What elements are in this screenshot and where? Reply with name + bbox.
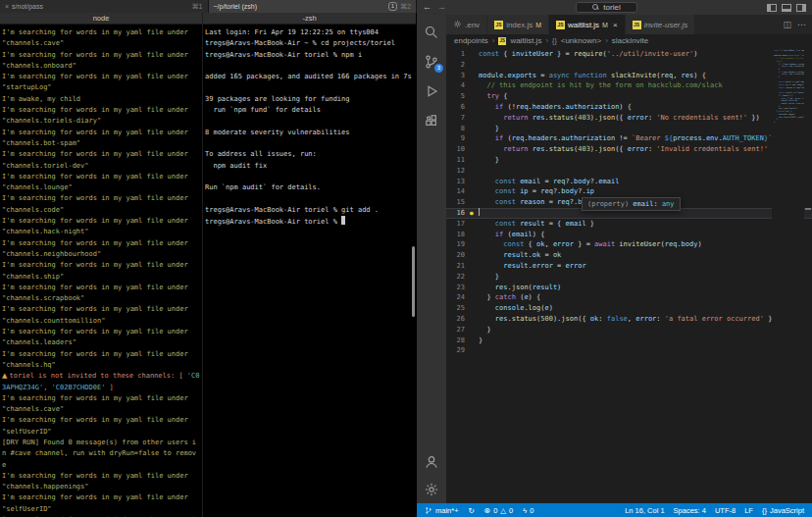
code-line[interactable]: 14 const ip = req?.body?.ip — [446, 186, 812, 197]
search-icon — [592, 4, 599, 11]
line-number: 14 — [446, 186, 470, 197]
encoding-setting[interactable]: UTF-8 — [715, 506, 736, 515]
terminal-pane-zsh: -zsh Last login: Fri Apr 19 12:22:25 on … — [203, 13, 416, 517]
line-number: 21 — [446, 261, 470, 272]
code-line[interactable]: 27 } — [446, 325, 812, 336]
terminal-output-node[interactable]: I'm searching for words in my yaml file … — [0, 26, 202, 517]
breadcrumb-function[interactable]: slackInvite — [612, 36, 648, 45]
code-line[interactable]: 28} — [446, 336, 812, 346]
line-number: 25 — [446, 303, 470, 314]
terminal-line — [205, 61, 414, 72]
code-line[interactable]: 6 if (!req.headers.authorization) { — [446, 102, 812, 113]
code-line[interactable]: 4 // this endpoint is hit by the form on… — [446, 80, 812, 91]
terminal-line — [205, 138, 414, 149]
lightbulb-icon[interactable]: ● — [470, 209, 474, 217]
code-line[interactable]: 11 } — [446, 155, 812, 166]
tab-activity-badge: 1 — [388, 2, 397, 11]
tab-label: index.js — [506, 21, 533, 29]
tab-close-icon[interactable]: × — [5, 3, 9, 10]
toggle-sidebar-icon[interactable] — [767, 4, 777, 12]
code-line[interactable]: 5 try { — [446, 91, 812, 102]
code-line[interactable]: 24 } catch (e) { — [446, 292, 812, 303]
code-line[interactable]: 19 const { ok, error } = await inviteUse… — [446, 239, 812, 250]
more-actions-icon[interactable]: ⋯ — [797, 20, 806, 29]
run-debug-icon[interactable] — [424, 83, 439, 99]
terminal-line: I'm searching for words in my yaml file … — [2, 216, 200, 238]
git-modified-badge: M — [602, 22, 608, 28]
minimap[interactable]: const { inviteUser } = require('../util/… — [772, 49, 804, 503]
line-number: 28 — [446, 336, 470, 346]
code-line[interactable]: 22 } — [446, 272, 812, 283]
status-bar: main*+ ↻ ⊗ 0 △ 0 ϟ 0 Ln 16, Col 1 Spaces… — [417, 503, 812, 517]
terminal-line: I'm awake, my child — [2, 94, 200, 105]
tab-env[interactable]: .env — [446, 15, 487, 34]
line-number: 8 — [446, 124, 470, 134]
navigate-forward-icon[interactable]: → — [437, 0, 446, 15]
close-tab-icon[interactable]: × — [613, 21, 618, 29]
ports-indicator[interactable]: ϟ 0 — [523, 506, 533, 515]
code-line[interactable]: 3module.exports = async function slackIn… — [446, 71, 812, 81]
code-line[interactable]: 13 const email = req?.body?.email — [446, 177, 812, 187]
code-line[interactable]: 17 const result = { email } — [446, 219, 812, 230]
git-branch-indicator[interactable]: main*+ — [425, 506, 459, 515]
code-line[interactable]: 29 — [446, 345, 812, 356]
symbol-module-icon: {} — [552, 37, 557, 44]
terminal-line: 39 packages are looking for funding — [205, 94, 414, 105]
terminal-line: ▲ toriel is not invited to these channel… — [2, 371, 200, 393]
toggle-panel-icon[interactable] — [782, 4, 791, 12]
terminal-line: tregs@Aravs-MacBook-Air toriel % — [205, 216, 414, 228]
code-line[interactable]: 25 console.log(e) — [446, 303, 812, 314]
terminal-window: × s/not/pass ⌘1 ~/p/toriel (zsh) 1 ⌘2 no… — [0, 0, 417, 517]
account-icon[interactable] — [424, 454, 439, 470]
line-number: 6 — [446, 102, 470, 113]
indentation-setting[interactable]: Spaces: 4 — [674, 506, 706, 515]
split-editor-icon[interactable]: ◫ — [783, 20, 791, 29]
layout-controls — [767, 4, 806, 12]
code-line[interactable]: 7 return res.status(403).json({ error: '… — [446, 113, 812, 124]
code-line[interactable]: 8 } — [446, 124, 812, 134]
tab-waitlist-js[interactable]: JS waitlist.js M × — [549, 15, 626, 34]
tab-index-js[interactable]: JS index.js M — [487, 15, 549, 34]
code-line[interactable]: 2 — [446, 60, 812, 71]
cursor-position[interactable]: Ln 16, Col 1 — [625, 506, 664, 515]
code-line[interactable]: 21 result.error = error — [446, 261, 812, 272]
source-control-icon[interactable]: 3 — [424, 54, 439, 70]
code-line[interactable]: 23 res.json(result) — [446, 283, 812, 293]
terminal-tab-not-pass[interactable]: × s/not/pass ⌘1 — [0, 0, 209, 13]
breadcrumb-symbol[interactable]: <unknown> — [561, 36, 601, 45]
terminal-pane-node: node I'm searching for words in my yaml … — [0, 13, 203, 517]
problems-indicator[interactable]: ⊗ 0 △ 0 — [484, 506, 513, 515]
terminal-tab-toriel[interactable]: ~/p/toriel (zsh) 1 ⌘2 — [209, 0, 418, 13]
code-line[interactable]: 20 result.ok = ok — [446, 250, 812, 261]
terminal-scrollbar[interactable] — [412, 246, 415, 317]
language-mode[interactable]: {} JavaScript — [762, 506, 804, 515]
sync-icon: ↻ — [469, 506, 475, 515]
search-view-icon[interactable] — [424, 25, 439, 40]
code-line[interactable]: 18 if (email) { — [446, 230, 812, 240]
line-number: 20 — [446, 250, 470, 261]
extensions-icon[interactable] — [424, 113, 439, 129]
breadcrumb-file[interactable]: waitlist.js — [510, 36, 541, 45]
code-line[interactable]: 26 res.status(500).json({ ok: false, err… — [446, 314, 812, 325]
sync-changes-button[interactable]: ↻ — [469, 506, 475, 515]
code-line[interactable]: 9 if (req.headers.authorization != `Bear… — [446, 133, 812, 144]
errors-count: 0 — [493, 506, 497, 515]
code-line[interactable]: 10 return res.status(403).json({ error: … — [446, 144, 812, 155]
editor-tab-bar: .env JS index.js M JS waitlist.js M × JS… — [446, 15, 812, 34]
code-line[interactable]: 1const { inviteUser } = require('../util… — [446, 49, 812, 60]
terminal-output-zsh[interactable]: Last login: Fri Apr 19 12:22:25 on ttys0… — [203, 26, 416, 517]
tab-shortcut: ⌘1 — [192, 3, 203, 11]
code-line[interactable]: 12 — [446, 166, 812, 177]
eol-setting[interactable]: LF — [744, 506, 753, 515]
navigate-back-icon[interactable]: ← — [423, 0, 431, 15]
settings-gear-icon[interactable] — [424, 482, 439, 497]
command-center-search[interactable]: toriel — [576, 2, 636, 13]
status-bar-right: Ln 16, Col 1 Spaces: 4 UTF-8 LF {} JavaS… — [625, 506, 804, 515]
terminal-line: tregs@Aravs-MacBook-Air toriel % git add… — [205, 205, 414, 216]
terminal-line: I'm searching for words in my yaml file … — [2, 415, 200, 438]
tab-invite-user-js[interactable]: JS invite-user.js — [626, 15, 696, 34]
terminal-line: I'm searching for words in my yaml file … — [2, 193, 200, 216]
breadcrumb-folder[interactable]: endpoints — [454, 36, 488, 45]
toggle-secondary-sidebar-icon[interactable] — [796, 4, 806, 12]
line-number: 26 — [446, 314, 470, 325]
